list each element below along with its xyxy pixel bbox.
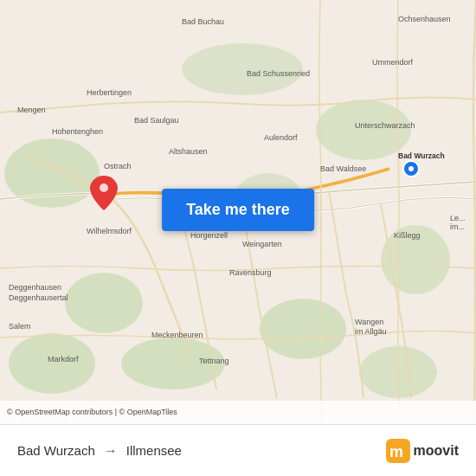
button-overlay: Take me there	[162, 189, 314, 231]
svg-text:im Allgäu: im Allgäu	[355, 327, 387, 336]
destination-label: Illmensee	[126, 443, 182, 458]
svg-text:Hohentenghen: Hohentenghen	[52, 127, 103, 136]
svg-text:Salem: Salem	[9, 322, 31, 331]
svg-text:m: m	[389, 443, 403, 460]
svg-text:Aulendorf: Aulendorf	[264, 133, 298, 142]
moovit-text: moovit	[414, 443, 459, 459]
svg-point-6	[316, 100, 411, 160]
arrow-icon: →	[104, 443, 118, 459]
svg-text:Bad Buchau: Bad Buchau	[182, 17, 224, 26]
svg-text:Bad Schussenried: Bad Schussenried	[247, 69, 310, 78]
svg-text:Markdorf: Markdorf	[48, 355, 79, 363]
svg-text:Deggenhausen: Deggenhausen	[9, 283, 61, 292]
origin-label: Bad Wurzach	[17, 443, 95, 458]
svg-point-42	[408, 166, 414, 171]
svg-text:Kißlegg: Kißlegg	[394, 231, 421, 240]
svg-text:Deggenhausertal: Deggenhausertal	[9, 293, 68, 302]
svg-text:im...: im...	[450, 222, 465, 231]
svg-text:Meckenbeuren: Meckenbeuren	[151, 331, 203, 339]
moovit-logo: m moovit	[386, 439, 459, 463]
svg-text:© OpenStreetMap contributors |: © OpenStreetMap contributors | © OpenMap…	[7, 408, 177, 416]
svg-text:Bad Saulgau: Bad Saulgau	[134, 116, 179, 125]
svg-text:Unterschwarzach: Unterschwarzach	[355, 121, 415, 130]
svg-text:Mengen: Mengen	[17, 106, 46, 114]
svg-text:Weingarten: Weingarten	[242, 240, 282, 248]
svg-text:Bad Waldsee: Bad Waldsee	[320, 164, 366, 173]
svg-text:Le...: Le...	[450, 214, 466, 222]
svg-text:Ochsenhausen: Ochsenhausen	[398, 15, 451, 23]
map-container: Mengen Herbertingen Bad Buchau Ochsenhau…	[0, 0, 476, 424]
svg-point-8	[9, 333, 95, 394]
svg-point-4	[260, 299, 346, 359]
svg-text:Ummendorf: Ummendorf	[372, 58, 414, 67]
take-me-there-button[interactable]: Take me there	[162, 189, 314, 231]
svg-text:Ravensburg: Ravensburg	[229, 268, 272, 277]
svg-text:Wangen: Wangen	[355, 318, 383, 326]
svg-text:Herbertingen: Herbertingen	[87, 88, 132, 97]
svg-text:Altshausen: Altshausen	[169, 147, 208, 156]
svg-text:Ostrach: Ostrach	[104, 162, 132, 170]
svg-text:Tettnang: Tettnang	[199, 357, 229, 365]
svg-text:Horgenzell: Horgenzell	[190, 231, 228, 240]
svg-point-40	[100, 183, 108, 192]
moovit-icon: m	[386, 439, 410, 463]
route-info: Bad Wurzach → Illmensee	[17, 443, 182, 459]
svg-text:Bad Wurzach: Bad Wurzach	[398, 151, 445, 160]
bottom-bar: Bad Wurzach → Illmensee m moovit	[0, 424, 476, 476]
svg-text:Wilhelmsdorf: Wilhelmsdorf	[87, 227, 132, 235]
svg-point-2	[65, 273, 143, 333]
